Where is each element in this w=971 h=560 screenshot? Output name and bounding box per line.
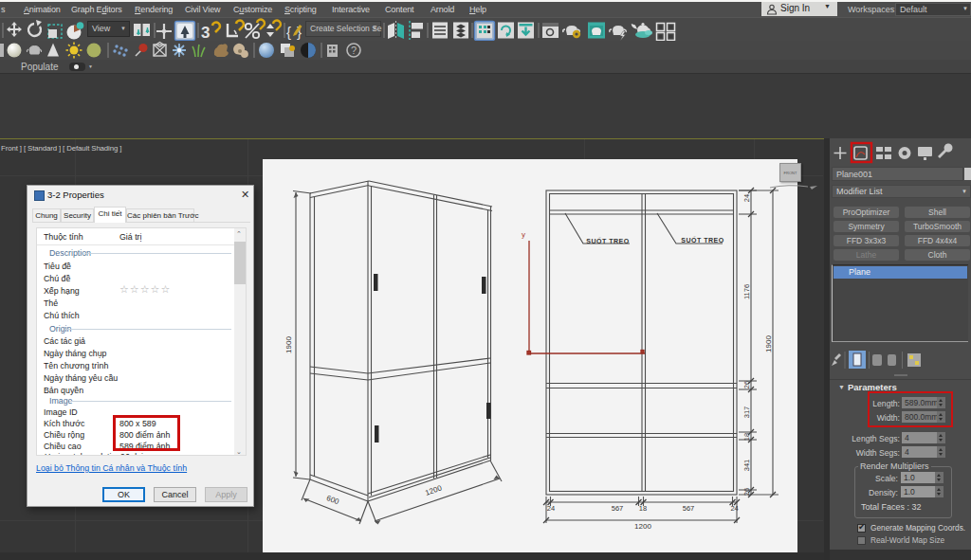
svg-text:24: 24 — [730, 504, 738, 513]
svg-text:1200: 1200 — [424, 483, 443, 497]
svg-text:3: 3 — [201, 24, 210, 42]
svg-text:24: 24 — [742, 194, 751, 202]
svg-text:567: 567 — [612, 504, 624, 513]
svg-text:18: 18 — [639, 504, 647, 513]
svg-text:567: 567 — [683, 504, 695, 513]
svg-text:y: y — [522, 230, 525, 239]
svg-text:341: 341 — [742, 460, 751, 472]
svg-text:1200: 1200 — [634, 522, 651, 531]
svg-text:?: ? — [351, 45, 357, 56]
svg-text:317: 317 — [742, 406, 751, 419]
svg-text:SUỐT TREO: SUỐT TREO — [586, 236, 629, 244]
svg-text:1176: 1176 — [742, 284, 751, 299]
svg-text:1900: 1900 — [764, 335, 773, 352]
svg-text:26: 26 — [742, 488, 751, 496]
svg-text:26: 26 — [742, 381, 751, 388]
svg-text:1900: 1900 — [284, 336, 293, 353]
svg-text:{: { — [286, 24, 291, 40]
svg-text:24: 24 — [547, 504, 555, 513]
svg-text:18: 18 — [742, 433, 751, 441]
svg-text:SUỐT TREO: SUỐT TREO — [681, 235, 724, 244]
svg-text:600: 600 — [325, 494, 340, 506]
